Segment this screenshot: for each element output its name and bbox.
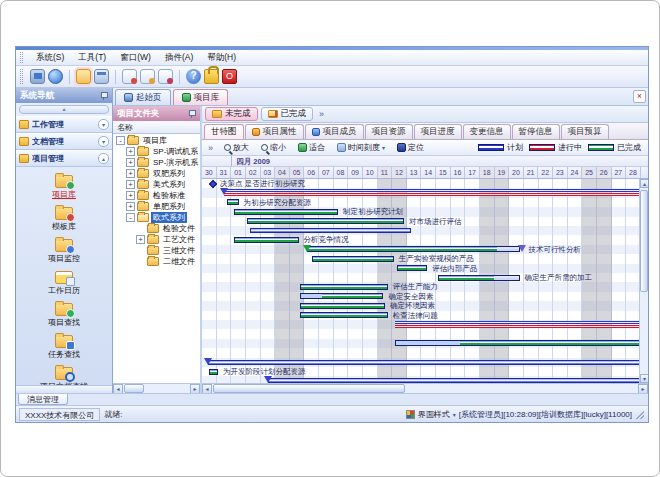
task-bar[interactable] xyxy=(209,369,218,375)
tree-expander[interactable]: + xyxy=(126,147,135,156)
detail-tab[interactable]: 项目属性 xyxy=(245,124,304,139)
style-button[interactable]: 界面样式 xyxy=(418,409,450,420)
tree-column-header[interactable]: 名称 xyxy=(113,121,200,134)
tree-node[interactable]: +SP-调试机系 xyxy=(113,146,200,157)
menu-item[interactable]: 系统(S) xyxy=(29,51,71,65)
menu-item[interactable]: 工具(T) xyxy=(71,51,113,65)
task-bar[interactable] xyxy=(227,199,239,205)
pin-icon[interactable] xyxy=(99,91,108,100)
scroll-right-button[interactable]: ▸ xyxy=(638,384,648,394)
task-bar[interactable] xyxy=(300,293,383,299)
message-panel-tab[interactable]: 消息管理 xyxy=(18,394,68,405)
detail-tab[interactable]: 暂停信息 xyxy=(512,124,560,139)
detail-tab[interactable]: 项目预算 xyxy=(561,124,609,139)
sidebar-item[interactable]: 模板库 xyxy=(50,203,78,233)
overflow-icon[interactable]: » xyxy=(316,109,327,119)
tree-node[interactable]: 三维文件 xyxy=(113,245,200,256)
mail-new-icon[interactable] xyxy=(122,69,137,84)
gantt-vscrollbar[interactable]: ▴ ▾ xyxy=(639,179,648,383)
tree-node[interactable]: +单肥系列 xyxy=(113,201,200,212)
detail-tab[interactable]: 项目成员 xyxy=(305,124,364,139)
menu-grip[interactable] xyxy=(20,52,23,63)
overflow-icon[interactable]: » xyxy=(205,143,216,153)
view-tab[interactable]: 未完成 xyxy=(205,107,258,121)
scroll-thumb[interactable] xyxy=(124,384,144,393)
tree-expander[interactable]: + xyxy=(126,202,135,211)
folder-icon[interactable] xyxy=(76,69,91,84)
tree-node[interactable]: 检验文件 xyxy=(113,223,200,234)
task-bar[interactable] xyxy=(247,218,404,224)
sidebar-item[interactable]: 项目查找 xyxy=(46,299,82,329)
window-icon[interactable] xyxy=(94,69,109,84)
gantt-hscrollbar[interactable]: ◂ ▸ xyxy=(202,383,648,393)
sidebar-item[interactable]: 工作日历 xyxy=(46,267,82,297)
scroll-thumb[interactable] xyxy=(640,190,648,292)
detail-tab[interactable]: 项目进度 xyxy=(414,124,462,139)
tree-hscrollbar[interactable]: ◂ ▸ xyxy=(113,383,200,393)
task-bar[interactable] xyxy=(234,209,338,215)
tree-expander[interactable]: - xyxy=(116,136,125,145)
milestone-diamond[interactable] xyxy=(209,179,217,187)
sidebar-group[interactable]: 文档管理▾ xyxy=(16,133,112,150)
task-bar[interactable] xyxy=(312,256,394,262)
tree-expander[interactable]: + xyxy=(126,158,135,167)
tree-node[interactable]: -项目库 xyxy=(113,135,200,146)
scroll-track[interactable] xyxy=(640,188,648,374)
task-bar[interactable] xyxy=(438,275,520,281)
sidebar-item[interactable]: 项目监控 xyxy=(46,235,82,265)
system-icon[interactable] xyxy=(30,69,45,84)
tree-node[interactable]: +SP-演示机系 xyxy=(113,157,200,168)
lock-icon[interactable] xyxy=(204,69,219,84)
sidebar-group-clipped[interactable] xyxy=(16,385,112,393)
task-bar[interactable] xyxy=(397,265,428,271)
plan-bar[interactable] xyxy=(250,228,411,233)
tool-button[interactable]: 放大 xyxy=(220,140,253,155)
view-tab[interactable]: 已完成 xyxy=(261,107,314,121)
tool-button[interactable]: 适合 xyxy=(294,140,329,155)
menu-item[interactable]: 窗口(W) xyxy=(113,51,158,65)
tree-node[interactable]: +双肥系列 xyxy=(113,168,200,179)
menu-item[interactable]: 插件(A) xyxy=(158,51,200,65)
network-icon[interactable] xyxy=(48,69,63,84)
tree-node[interactable]: +检验标准 xyxy=(113,190,200,201)
chevron-icon[interactable]: ▾ xyxy=(98,119,109,130)
summary-plan-bar[interactable] xyxy=(395,321,639,324)
scroll-track[interactable] xyxy=(212,384,638,394)
resize-grip[interactable] xyxy=(635,410,644,419)
scroll-right-button[interactable]: ▸ xyxy=(190,384,200,394)
task-bar[interactable] xyxy=(300,312,388,318)
tree-expander[interactable]: + xyxy=(136,235,145,244)
menu-item[interactable]: 帮助(H) xyxy=(200,51,243,65)
scroll-down-button[interactable]: ▾ xyxy=(640,374,648,383)
scroll-thumb[interactable] xyxy=(213,384,405,393)
sidebar-scroll-up-button[interactable]: ▴ xyxy=(19,105,109,114)
tree-expander[interactable]: + xyxy=(126,169,135,178)
task-bar[interactable] xyxy=(300,284,388,290)
tree-expander[interactable]: + xyxy=(126,191,135,200)
mail-del-icon[interactable] xyxy=(158,69,173,84)
sidebar-group[interactable]: 工作管理▾ xyxy=(16,116,112,133)
chevron-icon[interactable]: ▴ xyxy=(98,153,109,164)
task-bar[interactable] xyxy=(234,237,298,243)
document-tab[interactable]: 项目库 xyxy=(173,89,229,105)
tool-button[interactable]: 缩小 xyxy=(257,140,290,155)
scroll-track[interactable] xyxy=(123,384,190,394)
scroll-left-button[interactable]: ◂ xyxy=(202,384,212,394)
task-bar[interactable] xyxy=(300,303,385,309)
help-icon[interactable] xyxy=(186,69,201,84)
tree-node[interactable]: +工艺文件 xyxy=(113,234,200,245)
scroll-up-button[interactable]: ▴ xyxy=(640,179,648,188)
tree-node[interactable]: +美式系列 xyxy=(113,179,200,190)
plan-bar[interactable] xyxy=(268,378,639,383)
tool-button[interactable]: 时间刻度▾ xyxy=(333,140,389,155)
detail-tab[interactable]: 变更信息 xyxy=(463,124,511,139)
toolbar-grip[interactable] xyxy=(20,69,23,84)
summary-progress-bar[interactable] xyxy=(224,193,639,196)
task-bar[interactable] xyxy=(395,340,639,346)
exit-icon[interactable] xyxy=(222,69,237,84)
tree-node[interactable]: 二维文件 xyxy=(113,256,200,267)
mail-open-icon[interactable] xyxy=(140,69,155,84)
pin-icon[interactable] xyxy=(187,109,196,118)
document-tab[interactable]: 起始页 xyxy=(115,89,171,105)
tree-expander[interactable]: - xyxy=(126,213,135,222)
